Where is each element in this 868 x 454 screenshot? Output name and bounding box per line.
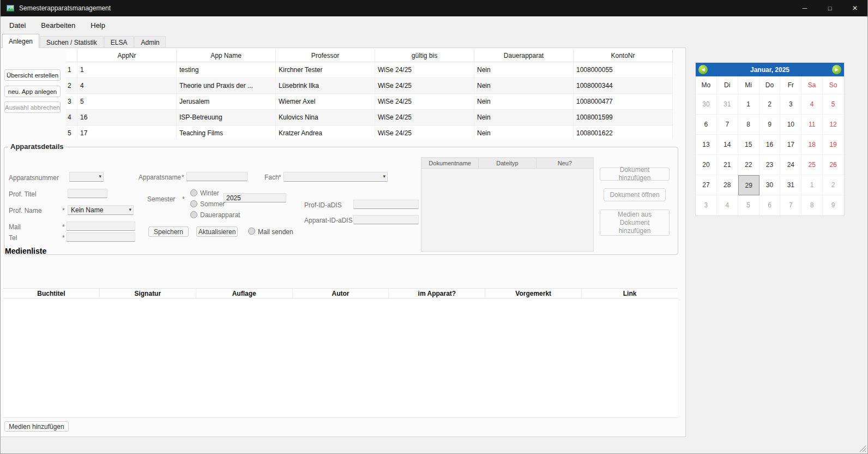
app-header-app-name[interactable]: App Name — [177, 50, 276, 62]
uebersicht-erstellen-button[interactable]: Übersicht erstellen — [4, 69, 61, 81]
calendar-day[interactable]: 18 — [801, 135, 823, 155]
prof-id-adis-input[interactable] — [353, 200, 419, 209]
calendar-day[interactable]: 5 — [823, 94, 844, 115]
apparatsname-input[interactable] — [186, 172, 248, 181]
calendar-day[interactable]: 26 — [823, 155, 844, 175]
neu-app-anlegen-button[interactable]: neu. App anlegen — [4, 86, 61, 97]
media-col-signatur[interactable]: Signatur — [100, 289, 196, 298]
calendar-next-icon[interactable]: ▶ — [832, 65, 841, 74]
calendar-day[interactable]: 2 — [823, 175, 844, 195]
dokument-oeffnen-button[interactable]: Dokument öffnen — [604, 188, 666, 201]
dokument-hinzufuegen-button[interactable]: Dokument hinzufügen — [600, 168, 670, 181]
tab-anlegen[interactable]: Anlegen — [2, 34, 39, 48]
calendar-day[interactable]: 8 — [801, 195, 823, 216]
resize-grip-icon[interactable] — [859, 445, 866, 452]
table-row[interactable]: 416ISP-BetreuungKulovics NinaWiSe 24/25N… — [66, 110, 673, 126]
menu-bearbeiten[interactable]: Bearbeiten — [33, 16, 83, 34]
media-col-vorgemerkt[interactable]: Vorgemerkt — [485, 289, 582, 298]
media-col-auflage[interactable]: Auflage — [196, 289, 293, 298]
table-row[interactable]: 24Theorie und Praxis der ...Lüsebrink Il… — [66, 78, 673, 94]
app-header-appnr[interactable]: AppNr — [77, 50, 177, 62]
calendar-day[interactable]: 30 — [696, 94, 717, 115]
calendar-day[interactable]: 1 — [801, 175, 823, 195]
calendar-day[interactable]: 13 — [696, 135, 717, 155]
auswahl-abbrechen-button[interactable]: Auswahl abbrechen — [4, 101, 61, 113]
tab-suchen-statistik[interactable]: Suchen / Statistik — [40, 36, 104, 48]
calendar-day[interactable]: 7 — [780, 195, 801, 216]
prof-name-dropdown[interactable]: Kein Name ▾ — [68, 205, 134, 215]
calendar-day[interactable]: 1 — [738, 94, 760, 115]
calendar-day[interactable]: 24 — [780, 155, 801, 175]
minimize-button[interactable]: ─ — [792, 0, 817, 16]
medien-hinzufuegen-button[interactable]: Medien hinzufügen — [4, 421, 69, 432]
mail-input[interactable] — [67, 222, 135, 231]
calendar-day[interactable]: 9 — [760, 115, 781, 135]
calendar-day[interactable]: 4 — [801, 94, 823, 115]
winter-radio[interactable] — [190, 189, 197, 196]
media-col-link[interactable]: Link — [582, 289, 678, 298]
calendar-day[interactable]: 5 — [738, 195, 760, 216]
calendar-day[interactable]: 15 — [738, 135, 760, 155]
tel-input[interactable] — [67, 232, 135, 242]
apparat-id-adis-input[interactable] — [353, 215, 419, 224]
calendar-day[interactable]: 30 — [760, 175, 781, 195]
calendar-day[interactable]: 31 — [780, 175, 801, 195]
calendar-day[interactable]: 9 — [823, 195, 844, 216]
fach-dropdown[interactable]: ▾ — [284, 172, 388, 182]
sommer-radio[interactable] — [190, 200, 197, 207]
calendar-day[interactable]: 22 — [738, 155, 760, 175]
app-header-kontonr[interactable]: KontoNr — [574, 50, 673, 62]
maximize-button[interactable]: □ — [817, 0, 842, 16]
calendar-day[interactable]: 25 — [801, 155, 823, 175]
calendar-prev-icon[interactable]: ◀ — [698, 65, 708, 74]
app-header-professor[interactable]: Professor — [276, 50, 375, 62]
calendar-day[interactable]: 3 — [696, 195, 717, 216]
dauerapparat-radio[interactable] — [190, 211, 197, 218]
media-col-autor[interactable]: Autor — [293, 289, 389, 298]
doc-col-neu[interactable]: Neu? — [537, 158, 593, 168]
menu-help[interactable]: Help — [83, 16, 113, 34]
calendar-day[interactable]: 21 — [717, 155, 738, 175]
mail-senden-toggle[interactable] — [248, 228, 255, 235]
speichern-button[interactable]: Speichern — [148, 226, 189, 237]
calendar-day[interactable]: 23 — [760, 155, 781, 175]
close-button[interactable]: ✕ — [842, 0, 867, 16]
medien-aus-dokument-button[interactable]: Medien aus Dokument hinzufügen — [600, 210, 670, 236]
prof-titel-input[interactable] — [68, 189, 107, 198]
calendar-day[interactable]: 20 — [696, 155, 717, 175]
calendar-day[interactable]: 11 — [801, 115, 823, 135]
media-col-im-apparat[interactable]: im Apparat? — [389, 289, 485, 298]
calendar-day[interactable]: 2 — [760, 94, 781, 115]
calendar-weekday: Do — [760, 76, 781, 94]
media-col-buchtitel[interactable]: Buchtitel — [3, 289, 100, 298]
calendar-day[interactable]: 27 — [696, 175, 717, 195]
calendar-day[interactable]: 6 — [760, 195, 781, 216]
table-row[interactable]: 517Teaching FilmsKratzer AndreaWiSe 24/2… — [66, 126, 673, 138]
table-row[interactable]: 35JerusalemWiemer AxelWiSe 24/25Nein1008… — [66, 94, 673, 110]
calendar-day[interactable]: 6 — [696, 115, 717, 135]
tab-elsa[interactable]: ELSA — [104, 36, 134, 48]
calendar-day[interactable]: 12 — [823, 115, 844, 135]
calendar-day-selected[interactable]: 29 — [738, 175, 760, 195]
doc-col-dokumentname[interactable]: Dokumentname — [421, 158, 479, 168]
calendar-day[interactable]: 19 — [823, 135, 844, 155]
aktualisieren-button[interactable]: Aktualisieren — [196, 226, 238, 237]
calendar-day[interactable]: 28 — [717, 175, 738, 195]
tab-admin[interactable]: Admin — [134, 36, 166, 48]
calendar-day[interactable]: 4 — [717, 195, 738, 216]
table-row[interactable]: 11testingKirchner TesterWiSe 24/25Nein10… — [66, 62, 673, 78]
calendar-day[interactable]: 8 — [738, 115, 760, 135]
calendar-day[interactable]: 3 — [780, 94, 801, 115]
calendar-day[interactable]: 31 — [717, 94, 738, 115]
jahr-input[interactable] — [224, 193, 286, 202]
calendar-day[interactable]: 14 — [717, 135, 738, 155]
app-header-gueltig-bis[interactable]: gültig bis — [375, 50, 474, 62]
calendar-day[interactable]: 7 — [717, 115, 738, 135]
app-header-dauerapparat[interactable]: Dauerapparat — [474, 50, 574, 62]
calendar-day[interactable]: 16 — [760, 135, 781, 155]
calendar-day[interactable]: 10 — [780, 115, 801, 135]
calendar-day[interactable]: 17 — [780, 135, 801, 155]
apparatsnummer-dropdown[interactable]: ▾ — [69, 172, 104, 182]
doc-col-dateityp[interactable]: Dateityp — [479, 158, 536, 168]
menu-datei[interactable]: Datei — [2, 16, 33, 34]
